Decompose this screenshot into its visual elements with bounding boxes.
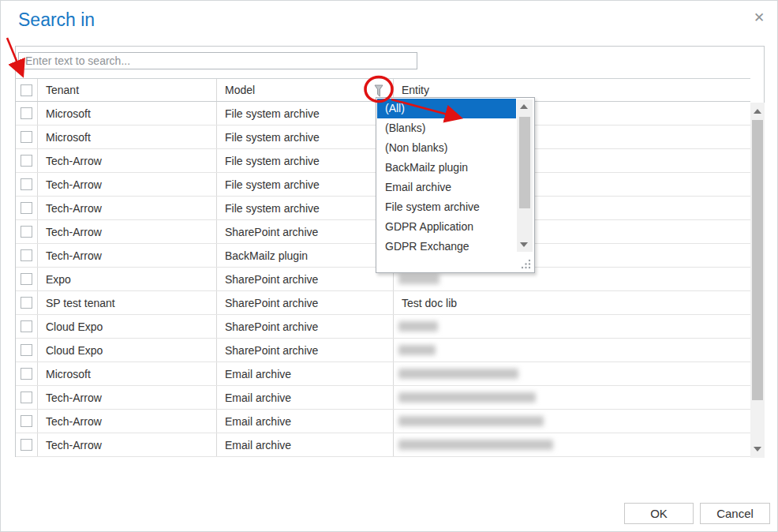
tenant-cell: Microsoft xyxy=(38,362,217,385)
entity-cell-text: Test doc lib xyxy=(402,297,457,309)
row-checkbox-cell xyxy=(16,362,38,385)
dropdown-scroll-down-icon[interactable] xyxy=(520,242,528,247)
model-cell-text: SharePoint archive xyxy=(225,297,318,309)
search-in-dialog: Search in ✕ Tenant Model Entity xyxy=(0,0,778,532)
row-checkbox-cell xyxy=(16,291,38,314)
dropdown-scrollbar-thumb[interactable] xyxy=(519,117,530,208)
table-row[interactable]: Tech-ArrowEmail archive xyxy=(16,433,750,457)
row-checkbox[interactable] xyxy=(21,439,32,451)
table-row[interactable]: Cloud ExpoSharePoint archive xyxy=(16,315,750,339)
row-checkbox[interactable] xyxy=(21,320,32,332)
row-checkbox-cell xyxy=(16,149,38,172)
tenant-cell-text: SP test tenant xyxy=(46,297,115,309)
table-vertical-scrollbar[interactable] xyxy=(750,103,765,458)
filter-option[interactable]: GDPR Exchange xyxy=(377,237,516,257)
header-checkbox-cell xyxy=(16,79,38,101)
filter-option[interactable]: GDPR Application xyxy=(377,217,516,237)
entity-blurred-value xyxy=(398,416,544,426)
row-checkbox[interactable] xyxy=(21,392,32,403)
model-cell: Email archive xyxy=(217,433,394,456)
row-checkbox[interactable] xyxy=(21,415,32,427)
row-checkbox-cell xyxy=(16,433,38,456)
tenant-cell-text: Microsoft xyxy=(46,368,91,380)
scroll-down-icon[interactable] xyxy=(754,447,761,451)
tenant-cell: Tech-Arrow xyxy=(38,220,217,243)
row-checkbox[interactable] xyxy=(21,297,32,309)
tenant-cell-text: Cloud Expo xyxy=(46,320,103,333)
entity-cell xyxy=(394,410,750,433)
model-cell: File system archive xyxy=(217,173,394,196)
tenant-cell: Microsoft xyxy=(38,126,217,148)
tenant-cell: Cloud Expo xyxy=(38,315,217,338)
row-checkbox[interactable] xyxy=(21,249,32,261)
entity-blurred-value xyxy=(398,321,438,332)
row-checkbox[interactable] xyxy=(21,226,32,238)
filter-option[interactable]: Email archive xyxy=(377,178,516,197)
row-checkbox[interactable] xyxy=(21,344,32,356)
tenant-cell-text: Microsoft xyxy=(46,131,91,144)
entity-cell xyxy=(394,339,750,362)
filter-option[interactable]: (Non blanks) xyxy=(377,138,516,158)
model-cell-text: SharePoint archive xyxy=(225,344,318,357)
select-all-checkbox[interactable] xyxy=(21,84,32,96)
row-checkbox[interactable] xyxy=(21,178,32,190)
search-input[interactable] xyxy=(18,52,417,69)
resize-grip-icon[interactable] xyxy=(519,257,532,270)
filter-option[interactable]: (Blanks) xyxy=(377,118,516,138)
model-cell: Email archive xyxy=(217,410,394,433)
row-checkbox-cell xyxy=(16,220,38,243)
model-cell: SharePoint archive xyxy=(217,339,394,362)
row-checkbox[interactable] xyxy=(21,368,32,380)
table-scrollbar-thumb[interactable] xyxy=(752,120,763,400)
table-row[interactable]: Tech-ArrowEmail archive xyxy=(16,410,750,433)
cancel-button[interactable]: Cancel xyxy=(700,503,770,524)
model-cell-text: Email archive xyxy=(225,415,291,428)
tenant-cell: Tech-Arrow xyxy=(38,433,217,456)
row-checkbox[interactable] xyxy=(21,155,32,167)
row-checkbox-cell xyxy=(16,410,38,433)
tenant-cell-text: Tech-Arrow xyxy=(46,226,102,238)
tenant-cell-text: Tech-Arrow xyxy=(46,178,102,191)
dropdown-scroll-up-icon[interactable] xyxy=(520,104,528,109)
row-checkbox[interactable] xyxy=(21,131,32,143)
model-cell: SharePoint archive xyxy=(217,291,394,314)
row-checkbox[interactable] xyxy=(21,107,32,119)
entity-blurred-value xyxy=(398,392,536,403)
table-row[interactable]: SP test tenantSharePoint archiveTest doc… xyxy=(16,291,750,315)
column-header-model[interactable]: Model xyxy=(217,79,394,101)
model-filter-icon[interactable] xyxy=(373,84,384,98)
tenant-cell-text: Tech-Arrow xyxy=(46,202,102,215)
filter-option[interactable]: File system archive xyxy=(377,197,516,217)
scroll-up-icon[interactable] xyxy=(754,109,761,114)
table-row[interactable]: Cloud ExpoSharePoint archive xyxy=(16,339,750,362)
tenant-cell-text: Tech-Arrow xyxy=(46,415,102,428)
row-checkbox-cell xyxy=(16,126,38,148)
model-cell-text: Email archive xyxy=(225,392,291,404)
tenant-cell: Microsoft xyxy=(38,102,217,125)
model-cell: SharePoint archive xyxy=(217,220,394,243)
tenant-cell: SP test tenant xyxy=(38,291,217,314)
row-checkbox[interactable] xyxy=(21,202,32,214)
model-cell-text: BackMailz plugin xyxy=(225,249,308,262)
ok-button[interactable]: OK xyxy=(624,503,694,524)
tenant-cell: Tech-Arrow xyxy=(38,410,217,433)
table-row[interactable]: MicrosoftEmail archive xyxy=(16,362,750,386)
row-checkbox-cell xyxy=(16,197,38,219)
close-icon[interactable]: ✕ xyxy=(751,10,767,26)
row-checkbox-cell xyxy=(16,339,38,362)
model-cell-text: File system archive xyxy=(225,131,320,144)
tenant-cell: Tech-Arrow xyxy=(38,197,217,219)
column-header-tenant[interactable]: Tenant xyxy=(38,79,217,101)
model-cell: File system archive xyxy=(217,102,394,125)
filter-option[interactable]: (All) xyxy=(377,99,516,118)
filter-option[interactable]: BackMailz plugin xyxy=(377,158,516,178)
model-cell-text: File system archive xyxy=(225,202,320,215)
tenant-cell: Expo xyxy=(38,268,217,290)
dropdown-scrollbar[interactable] xyxy=(517,99,533,252)
row-checkbox-cell xyxy=(16,386,38,409)
model-cell-text: File system archive xyxy=(225,107,320,120)
model-cell: Email archive xyxy=(217,386,394,409)
table-row[interactable]: Tech-ArrowEmail archive xyxy=(16,386,750,410)
model-cell: SharePoint archive xyxy=(217,268,394,290)
row-checkbox[interactable] xyxy=(21,273,32,285)
